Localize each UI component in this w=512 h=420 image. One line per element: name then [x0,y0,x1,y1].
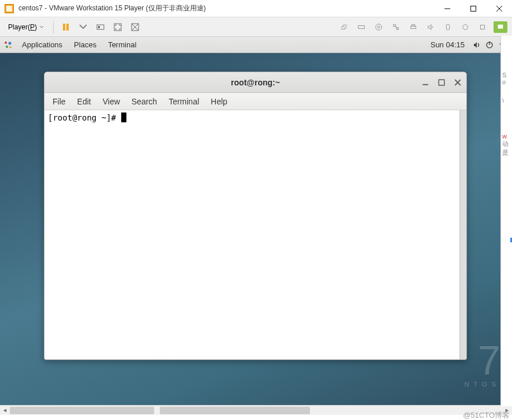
vmware-icon [5,4,14,13]
hard-disk-icon[interactable] [355,21,368,33]
scroll-right-button[interactable]: ► [502,406,512,415]
player-label-suffix: ) [35,23,37,31]
svg-rect-15 [394,24,396,27]
svg-rect-20 [446,24,449,29]
file-menu[interactable]: File [47,95,72,108]
svg-point-26 [6,46,8,48]
send-ctrl-alt-del-button[interactable] [93,20,108,35]
svg-rect-1 [470,6,476,11]
close-button[interactable] [486,0,512,17]
svg-point-24 [5,42,7,44]
terminal-close-button[interactable] [453,77,463,88]
terminal-prompt: [root@rong ~]# [48,113,121,122]
maximize-button[interactable] [460,0,486,17]
svg-rect-19 [412,24,414,26]
activities-icon [3,40,13,50]
view-menu[interactable]: View [97,95,126,108]
edit-menu[interactable]: Edit [72,95,97,108]
terminal-cursor [121,112,126,122]
pause-vm-button[interactable] [58,20,73,35]
player-menu-button[interactable]: Player(P) [3,21,48,33]
vmware-toolbar: Player(P) [0,17,512,37]
svg-point-21 [463,24,468,29]
applications-menu[interactable]: Applications [16,38,68,51]
scroll-thumb-2[interactable] [160,407,310,414]
terminal-taskbar-item[interactable]: Terminal [102,38,142,51]
svg-point-14 [378,26,380,28]
terminal-maximize-button[interactable] [436,77,447,88]
sound-icon[interactable] [424,21,437,33]
places-menu[interactable]: Places [68,38,102,51]
terminal-minimize-button[interactable] [420,77,431,88]
brand-text: NTOS [465,381,500,388]
centos-brand: 7 NTOS [465,340,500,388]
terminal-menu[interactable]: Terminal [163,95,205,108]
gnome-top-panel: Applications Places Terminal Sun 04:15 [0,37,512,53]
desktop[interactable]: 7 NTOS root@rong:~ File Edit View Search… [0,53,512,405]
unity-button[interactable] [128,20,143,35]
network-adapter-icon[interactable] [390,21,402,33]
power-icon[interactable] [483,40,496,50]
volume-icon[interactable] [470,40,483,50]
terminal-title: root@rong:~ [231,78,280,87]
browser-side-panel: S o \ w 动 是 [500,36,512,406]
svg-rect-23 [498,24,503,28]
clock[interactable]: Sun 04:15 [425,40,470,49]
scroll-thumb[interactable] [10,407,154,414]
terminal-menubar: File Edit View Search Terminal Help [44,93,466,110]
player-label-prefix: Player( [8,23,30,31]
terminal-body[interactable]: [root@rong ~]# [44,110,466,359]
device-icon[interactable] [476,21,489,33]
svg-rect-6 [97,25,104,29]
svg-rect-8 [114,24,121,31]
help-menu[interactable]: Help [205,95,233,108]
svg-rect-12 [358,25,365,28]
minimize-button[interactable] [434,0,460,17]
chevron-down-icon [39,25,44,29]
svg-point-25 [9,42,12,44]
message-log-button[interactable] [494,21,507,33]
svg-point-13 [376,24,382,30]
usb-icon[interactable] [442,21,454,33]
scroll-track[interactable] [10,406,502,415]
svg-rect-5 [66,24,69,31]
svg-rect-7 [98,26,100,28]
windows-titlebar: centos7 - VMware Workstation 15 Player (… [0,0,512,17]
network-icon[interactable] [338,21,350,33]
power-dropdown-button[interactable] [76,20,91,35]
fullscreen-button[interactable] [110,20,125,35]
terminal-scrollbar[interactable] [459,110,466,359]
printer-icon[interactable] [407,21,420,33]
display-icon[interactable] [459,21,472,33]
scroll-left-button[interactable]: ◄ [0,406,10,415]
horizontal-scrollbar: ◄ ► [0,405,512,415]
svg-point-27 [9,46,12,48]
separator [53,21,54,33]
terminal-titlebar[interactable]: root@rong:~ [44,72,466,93]
svg-rect-31 [439,80,444,85]
player-label-key: P [30,23,35,31]
search-menu[interactable]: Search [126,95,163,108]
cd-icon[interactable] [372,21,385,33]
window-controls [434,0,512,17]
svg-rect-4 [63,24,65,31]
terminal-window: root@rong:~ File Edit View Search Termin… [44,72,467,360]
version-number: 7 [465,340,500,381]
svg-rect-22 [481,25,485,29]
window-title: centos7 - VMware Workstation 15 Player (… [18,3,434,13]
svg-rect-18 [411,26,416,28]
